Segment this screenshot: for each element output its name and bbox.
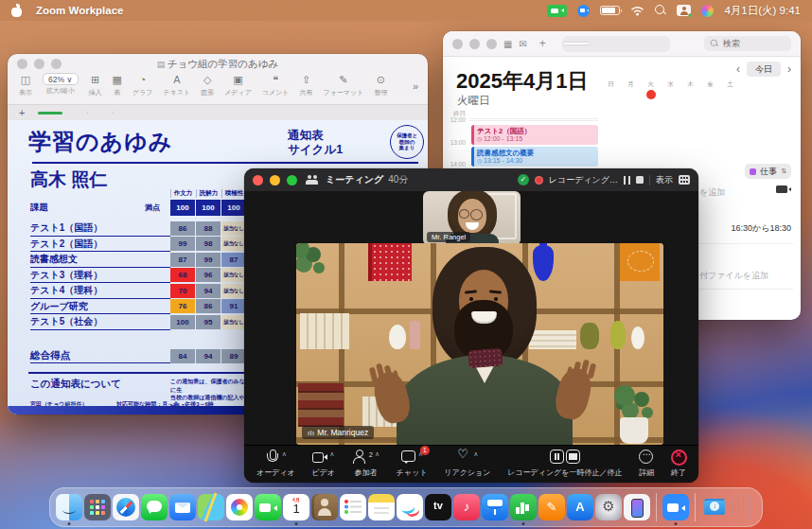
gallery-view-icon[interactable] [679,175,690,185]
score-cell[interactable]: 70 [170,284,195,298]
dock-icon-messages[interactable] [141,494,168,520]
mini-calendar-day[interactable] [661,140,680,150]
dock-icon-apple-tv[interactable] [425,494,451,520]
audio-button[interactable]: ∧ オーディオ [256,450,295,478]
dock-icon-mail[interactable] [169,494,196,520]
dock-icon-contacts[interactable] [311,494,338,520]
dock-icon-system-settings[interactable] [595,494,622,520]
close-button[interactable] [452,39,463,49]
close-button[interactable] [253,175,263,185]
siri-icon[interactable] [701,5,714,17]
mini-calendar-day[interactable] [661,90,680,100]
mini-calendar-day[interactable] [621,130,641,140]
more-button[interactable]: 詳細 [639,450,654,478]
reactions-button[interactable]: ∧ リアクション [444,450,490,478]
mini-calendar-day[interactable] [720,140,740,150]
mini-calendar-day[interactable] [680,120,700,131]
calendar-list-icon[interactable] [503,39,512,49]
mini-calendar-day[interactable] [720,110,740,120]
total-cell[interactable]: 84 [170,349,195,363]
zoom-window-button[interactable] [486,39,497,49]
mini-calendar-day[interactable] [621,90,641,100]
mini-calendar-day[interactable] [601,90,621,100]
score-cell[interactable]: 88 [196,221,221,236]
numbers-shape-button[interactable]: ◇ 図形 [201,73,214,97]
mini-calendar-day[interactable] [641,110,661,120]
mini-calendar-day[interactable] [680,100,700,111]
spotlight-search-icon[interactable] [655,5,666,16]
chevron-up-icon[interactable]: ∧ [473,450,478,458]
calendar-view-week[interactable] [590,43,616,44]
dock-icon-iphone-mirroring[interactable] [624,494,650,520]
score-cell[interactable]: 該当なし [221,221,246,236]
minimize-button[interactable] [270,175,280,185]
score-cell[interactable]: 94 [196,284,221,298]
numbers-comment-button[interactable]: ❝ コメント [262,73,290,97]
dock-icon-zoom[interactable] [662,494,689,520]
mini-calendar-day[interactable] [700,110,720,120]
mini-calendar-day[interactable] [601,140,621,150]
dock-icon-maps[interactable] [198,494,224,520]
mini-calendar-day[interactable] [641,120,661,131]
total-cell[interactable]: 94 [196,349,221,363]
next-day-button[interactable]: › [787,62,791,76]
dock-icon-freeform[interactable] [397,494,423,520]
score-cell[interactable]: 91 [221,299,246,313]
numbers-table-button[interactable]: ▦ 表 [113,73,122,97]
total-cell[interactable]: 89 [221,349,246,363]
chevron-up-icon[interactable]: ∧ [329,450,334,458]
toolbar-overflow-chevron[interactable]: » [413,79,418,92]
score-cell[interactable]: 76 [170,299,195,313]
mini-calendar-day[interactable] [601,100,621,111]
dock-icon-safari[interactable] [113,494,139,520]
view-menu-label[interactable]: 表示 [656,174,673,186]
minimize-button[interactable] [469,39,480,49]
camera-in-use-indicator[interactable] [547,5,567,17]
mini-calendar-day[interactable] [700,140,720,150]
zoom-window-button[interactable] [287,175,297,185]
dock-separator[interactable] [695,493,696,521]
add-event-button[interactable]: + [539,37,546,50]
dock-icon-launchpad[interactable] [84,494,111,520]
mini-calendar-day[interactable] [601,120,621,131]
numbers-organize-button[interactable]: ⊙ 整理 [374,73,387,97]
mini-calendar-day[interactable] [621,100,641,111]
sheet-tab-yoshino[interactable] [62,112,88,114]
mini-calendar-day[interactable] [680,130,700,140]
participants-button[interactable]: 2 ∧ 参加者 [352,450,380,478]
event-dokusho-kansobun[interactable]: 読書感想文の概要 13:15 - 14:30 [471,147,598,167]
mini-calendar-day[interactable] [680,140,700,150]
mini-calendar-day[interactable] [700,120,720,131]
mini-calendar-day[interactable] [621,110,641,120]
end-meeting-button[interactable]: 終了 [671,450,686,478]
pause-recording-icon[interactable] [624,176,630,185]
dock-icon-downloads[interactable] [701,494,728,520]
video-button[interactable]: ∧ ビデオ [311,450,335,478]
add-invitees-fragment[interactable]: を追加 [699,186,725,199]
score-cell[interactable]: 86 [170,221,195,236]
dock-icon-calendar[interactable]: 4月 1 [283,494,309,520]
prev-day-button[interactable]: ‹ [736,62,740,76]
numbers-media-button[interactable]: ▣ メディア [224,73,252,97]
mini-calendar-day[interactable] [700,130,720,140]
stop-recording-icon[interactable] [636,176,644,184]
numbers-titlebar[interactable]: チョウ組の学習のあゆみ [8,54,428,73]
score-cell[interactable]: 86 [196,299,221,313]
apple-menu-icon[interactable] [11,5,23,17]
main-speaker-video[interactable]: Mr. Manriquez [296,243,663,445]
sheet-tab-kobayashi[interactable] [88,112,114,114]
score-cell[interactable]: 95 [196,315,221,329]
dock-icon-keynote[interactable] [482,494,508,520]
score-cell[interactable]: 87 [221,253,246,267]
mini-calendar-day[interactable] [641,90,661,100]
dock-icon-reminders[interactable] [340,494,366,520]
mini-calendar-day[interactable] [601,110,621,120]
dock-separator[interactable] [656,493,657,521]
dock-icon-music[interactable] [453,494,480,520]
numbers-text-button[interactable]: A テキスト [164,73,191,97]
score-cell[interactable]: 87 [170,253,195,267]
numbers-format-button[interactable]: ✎ フォーマット [323,73,363,97]
chevron-up-icon[interactable]: ∧ [282,450,287,458]
video-call-icon[interactable] [776,185,787,193]
score-cell[interactable]: 98 [196,237,221,251]
